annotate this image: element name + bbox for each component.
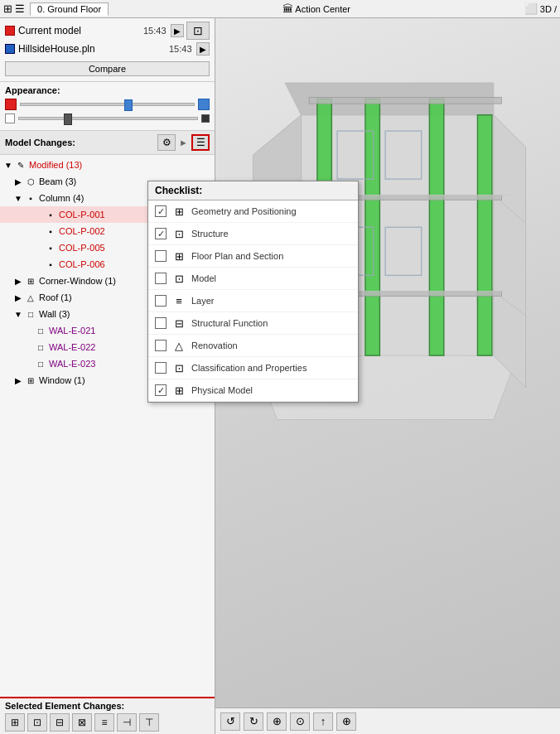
blue-slider-end bbox=[201, 114, 210, 123]
tb-icon-6[interactable]: ⊣ bbox=[117, 713, 137, 732]
classification-label: Classification and Properties bbox=[191, 363, 307, 373]
corner-window-expand[interactable]: ▶ bbox=[13, 276, 23, 286]
structure-checkbox[interactable] bbox=[155, 228, 167, 239]
floorplan-icon: ⊞ bbox=[171, 249, 186, 263]
svg-rect-7 bbox=[429, 99, 443, 355]
window-icon: ⊞ bbox=[25, 374, 36, 386]
nav-undo-icon[interactable]: ↺ bbox=[220, 712, 240, 731]
col-p-002-icon: ▪ bbox=[45, 225, 56, 237]
checklist-item-layer[interactable]: ≡ Layer bbox=[148, 290, 358, 312]
nav-up-icon[interactable]: ↑ bbox=[313, 712, 333, 731]
layer-checkbox[interactable] bbox=[155, 295, 167, 307]
model-checkbox[interactable] bbox=[155, 273, 167, 284]
checklist-item-physical[interactable]: ⊞ Physical Model bbox=[148, 379, 358, 402]
blue-slider[interactable] bbox=[18, 117, 198, 120]
checklist-toggle-button[interactable]: ☰ bbox=[191, 134, 210, 151]
corner-window-label: Corner-Window (1) bbox=[39, 276, 116, 286]
blue-slider-row bbox=[5, 113, 210, 123]
tb-icon-4[interactable]: ⊠ bbox=[72, 713, 92, 732]
tb-icon-3[interactable]: ⊟ bbox=[50, 713, 70, 732]
renovation-checkbox[interactable] bbox=[155, 340, 167, 351]
wal-e-022-label: WAL-E-022 bbox=[49, 342, 95, 352]
tab-ground-floor[interactable]: 0. Ground Floor bbox=[30, 2, 109, 16]
hillside-model-row: HillsideHouse.pln 15:43 ▶ bbox=[5, 40, 210, 58]
arrow-label: ► bbox=[179, 138, 188, 147]
checklist-item-classification[interactable]: ⊡ Classification and Properties bbox=[148, 357, 358, 379]
svg-rect-8 bbox=[477, 115, 491, 355]
physical-icon: ⊞ bbox=[171, 384, 186, 397]
checklist-item-floorplan[interactable]: ⊞ Floor Plan and Section bbox=[148, 245, 358, 268]
bottom-toolbar: Selected Element Changes: ⊞ ⊡ ⊟ ⊠ ≡ ⊣ ⊤ bbox=[0, 697, 215, 734]
list-icon[interactable]: ☰ bbox=[15, 2, 25, 15]
hillside-model-time: 15:43 bbox=[169, 44, 194, 54]
col-p-001-label: COL-P-001 bbox=[59, 210, 105, 220]
checklist-item-structure[interactable]: ⊡ Structure bbox=[148, 223, 358, 245]
viewport-nav-bar: ↺ ↻ ⊕ ⊙ ↑ ⊕ bbox=[215, 707, 560, 734]
hillside-model-color bbox=[5, 44, 15, 54]
column-expand[interactable]: ▼ bbox=[13, 193, 23, 203]
model-changes-icon1[interactable]: ⚙ bbox=[157, 134, 176, 151]
window-expand[interactable]: ▶ bbox=[13, 375, 23, 385]
checklist-item-model[interactable]: ⊡ Model bbox=[148, 268, 358, 290]
checklist-item-geometry[interactable]: ⊞ Geometry and Positioning bbox=[148, 200, 358, 223]
wall-expand[interactable]: ▼ bbox=[13, 309, 23, 319]
checklist-title: Checklist: bbox=[155, 185, 202, 196]
nav-zoom-in-icon[interactable]: ⊕ bbox=[267, 712, 287, 731]
hillside-model-arrow[interactable]: ▶ bbox=[196, 42, 210, 56]
nav-redo-icon[interactable]: ↻ bbox=[244, 712, 263, 731]
window-label: Window (1) bbox=[39, 375, 85, 385]
geometry-icon: ⊞ bbox=[171, 205, 186, 218]
appearance-label: Appearance: bbox=[5, 85, 210, 95]
wall-icon: □ bbox=[25, 308, 36, 320]
roof-expand[interactable]: ▶ bbox=[13, 292, 23, 302]
modified-expand[interactable]: ▼ bbox=[3, 160, 13, 170]
tb-icon-2[interactable]: ⊡ bbox=[27, 713, 47, 732]
tb-icon-7[interactable]: ⊤ bbox=[139, 713, 159, 732]
tb-icon-5[interactable]: ≡ bbox=[94, 713, 114, 732]
red-slider[interactable] bbox=[20, 103, 195, 106]
svg-marker-3 bbox=[494, 115, 526, 388]
tb-icon-1[interactable]: ⊞ bbox=[5, 713, 25, 732]
nav-orbit-icon[interactable]: ⊙ bbox=[290, 712, 310, 731]
classification-checkbox[interactable] bbox=[155, 362, 167, 374]
checklist-dropdown: Checklist: ⊞ Geometry and Positioning ⊡ … bbox=[147, 181, 359, 403]
physical-label: Physical Model bbox=[191, 385, 253, 395]
red-color-icon bbox=[5, 99, 17, 110]
structural-function-checkbox[interactable] bbox=[155, 317, 167, 329]
blue-checkbox[interactable] bbox=[5, 113, 15, 123]
floorplan-label: Floor Plan and Section bbox=[191, 251, 283, 261]
floorplan-checkbox[interactable] bbox=[155, 250, 167, 262]
roof-icon: △ bbox=[25, 292, 36, 303]
checklist-item-structural-function[interactable]: ⊟ Structural Function bbox=[148, 312, 358, 335]
nav-zoom-fit-icon[interactable]: ⊕ bbox=[336, 712, 356, 731]
red-slider-row bbox=[5, 99, 210, 110]
svg-rect-9 bbox=[309, 97, 501, 104]
model-changes-header: Model Changes: ⚙ ► ☰ bbox=[0, 131, 215, 155]
beam-expand[interactable]: ▶ bbox=[13, 176, 23, 186]
compare-button[interactable]: Compare bbox=[5, 61, 210, 76]
layer-icon: ≡ bbox=[171, 294, 186, 307]
col-p-005-expand bbox=[33, 243, 43, 253]
action-center-tab[interactable]: 🏛 Action Center bbox=[117, 2, 516, 15]
structure-label: Structure bbox=[191, 229, 229, 239]
model-label: Model bbox=[191, 273, 216, 283]
current-model-label: Current model bbox=[18, 25, 81, 36]
col-p-006-expand bbox=[33, 259, 43, 269]
col-p-001-expand bbox=[33, 210, 43, 220]
renovation-icon: △ bbox=[171, 339, 186, 352]
appearance-section: Appearance: bbox=[0, 82, 215, 131]
checklist-item-renovation[interactable]: △ Renovation bbox=[148, 335, 358, 357]
current-model-color bbox=[5, 26, 15, 36]
current-model-icon-btn[interactable]: ⊡ bbox=[186, 22, 210, 40]
tree-item-modified[interactable]: ▼ ✎ Modified (13) bbox=[0, 157, 215, 173]
modified-label: Modified (13) bbox=[29, 160, 82, 170]
current-model-arrow[interactable]: ▶ bbox=[171, 24, 184, 37]
wal-e-023-icon: □ bbox=[35, 358, 46, 369]
geometry-checkbox[interactable] bbox=[155, 205, 167, 217]
grid-icon[interactable]: ⊞ bbox=[3, 2, 12, 15]
wal-e-021-label: WAL-E-021 bbox=[49, 326, 95, 336]
structural-function-label: Structural Function bbox=[191, 318, 268, 328]
physical-checkbox[interactable] bbox=[155, 384, 167, 396]
3d-tab[interactable]: ⬜ 3D / bbox=[524, 2, 557, 15]
current-model-time: 15:43 bbox=[143, 26, 168, 36]
